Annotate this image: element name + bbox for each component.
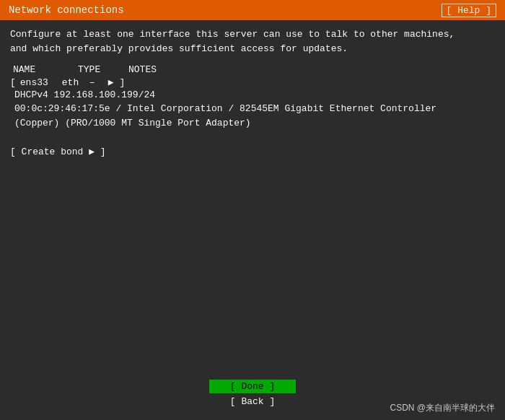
description-line2: and which preferably provides sufficient… (10, 43, 348, 54)
mac-line2: (Copper) (PRO/1000 MT Single Port Adapte… (10, 116, 495, 131)
create-bond-button[interactable]: [ Create bond ▶ ] (10, 146, 495, 157)
interface-name: ens33 (20, 77, 58, 88)
mac-line1: 00:0c:29:46:17:5e / Intel Corporation / … (10, 102, 495, 116)
col-header-notes: NOTES (128, 64, 172, 75)
bracket-open: [ (10, 77, 16, 88)
col-header-type: TYPE (78, 64, 114, 75)
description: Configure at least one interface this se… (10, 27, 495, 56)
help-button[interactable]: [ Help ] (442, 4, 496, 17)
header-title: Network connections (9, 4, 124, 16)
interface-table: NAME TYPE NOTES [ ens33 eth – ▶ ] DHCPv4… (10, 64, 495, 130)
col-header-name: NAME (13, 64, 63, 75)
dhcp-line: DHCPv4 192.168.100.199/24 (10, 89, 495, 100)
main-content: Configure at least one interface this se… (0, 20, 505, 380)
interface-dash: – (89, 77, 104, 88)
description-line1: Configure at least one interface this se… (10, 29, 454, 40)
header-bar: Network connections [ Help ] (0, 0, 505, 20)
bottom-area: [ Done ] [ Back ] CSDN @来自南半球的大伴 (0, 380, 505, 420)
interface-arrow: ▶ ] (108, 76, 125, 88)
interface-row[interactable]: [ ens33 eth – ▶ ] (10, 76, 495, 88)
interface-type: eth (62, 77, 85, 88)
table-header: NAME TYPE NOTES (10, 64, 495, 75)
watermark: CSDN @来自南半球的大伴 (390, 402, 495, 414)
done-button[interactable]: [ Done ] (209, 380, 296, 393)
back-button[interactable]: [ Back ] (209, 395, 296, 408)
